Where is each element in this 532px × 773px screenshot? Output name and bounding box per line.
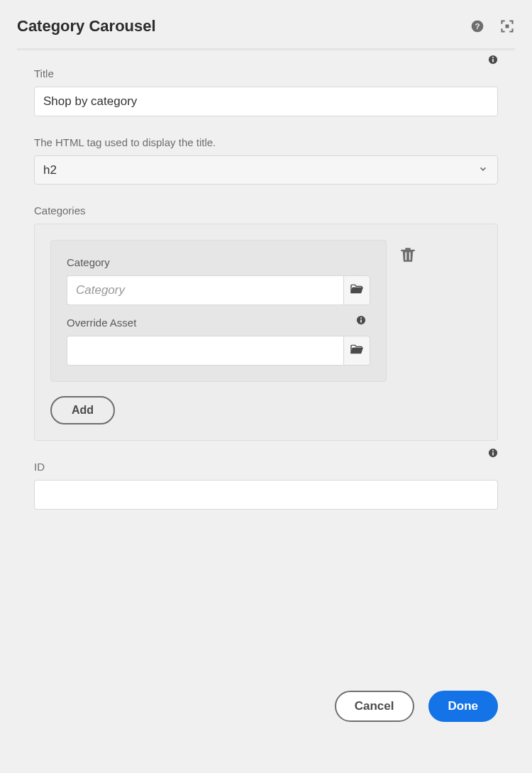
asset-browse-button[interactable] [343, 336, 370, 366]
id-input[interactable] [34, 480, 498, 510]
svg-point-13 [492, 450, 494, 451]
title-field-group: Title [34, 67, 498, 116]
asset-picker [67, 336, 370, 366]
svg-rect-4 [492, 59, 494, 62]
dialog-footer: Cancel Done [17, 685, 515, 756]
fullscreen-icon[interactable] [499, 18, 515, 34]
form-content: Title The HTML tag used to display the t… [17, 50, 515, 685]
svg-rect-7 [360, 319, 362, 322]
trash-icon [401, 253, 415, 265]
cancel-button[interactable]: Cancel [335, 691, 414, 722]
dialog-title: Category Carousel [17, 17, 156, 35]
category-field: Category [67, 256, 370, 305]
svg-rect-12 [492, 452, 494, 455]
folder-open-icon [350, 344, 364, 358]
title-label: Title [34, 67, 54, 80]
add-button[interactable]: Add [50, 396, 115, 424]
category-field-label: Category [67, 256, 370, 268]
category-card-row: Category [50, 240, 482, 382]
asset-field-label: Override Asset [67, 317, 370, 329]
svg-point-8 [360, 317, 362, 319]
dialog: Category Carousel ? Title The HTML tag u… [0, 0, 532, 773]
category-picker [67, 275, 370, 305]
svg-text:?: ? [475, 21, 480, 31]
delete-button[interactable] [401, 247, 415, 265]
title-input[interactable] [34, 87, 498, 116]
header-actions: ? [470, 18, 515, 34]
svg-rect-2 [506, 25, 509, 28]
tag-label: The HTML tag used to display the title. [34, 136, 216, 148]
done-button[interactable]: Done [428, 691, 499, 722]
category-card: Category [50, 240, 387, 382]
asset-field: Override Asset [67, 317, 370, 366]
category-browse-button[interactable] [343, 275, 370, 305]
id-label: ID [34, 461, 45, 473]
info-icon[interactable] [356, 315, 366, 325]
categories-panel: Category [34, 224, 498, 441]
tag-field-group: The HTML tag used to display the title. … [34, 136, 498, 185]
info-icon[interactable] [488, 55, 498, 65]
tag-select[interactable]: h2 [34, 155, 498, 185]
asset-input[interactable] [67, 336, 343, 366]
svg-rect-9 [406, 252, 407, 260]
dialog-header: Category Carousel ? [17, 17, 515, 50]
categories-field-group: Categories Category [34, 204, 498, 441]
info-icon[interactable] [488, 448, 498, 458]
tag-select-wrap: h2 [34, 155, 498, 185]
svg-point-5 [492, 57, 494, 58]
help-icon[interactable]: ? [470, 18, 485, 34]
svg-rect-10 [409, 252, 411, 260]
categories-label: Categories [34, 204, 86, 216]
id-field-group: ID [34, 461, 498, 510]
folder-open-icon [350, 283, 364, 297]
category-input[interactable] [67, 275, 343, 305]
